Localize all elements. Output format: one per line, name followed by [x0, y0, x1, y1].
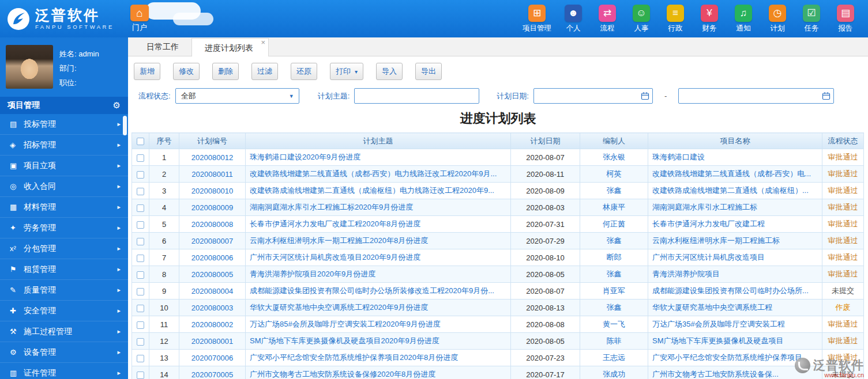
table-row[interactable]: 7 2020080006 广州市天河区统计局机房改造项目2020年9月份进度 2… — [132, 249, 864, 266]
gear-icon[interactable]: ⚙ — [113, 100, 121, 111]
select-all-checkbox[interactable] — [137, 138, 144, 145]
sidebar-menu-item[interactable]: ▦ 材料管理 — [0, 197, 128, 218]
project-name-link[interactable]: 长春市伊通河水力发电厂改建工程 — [652, 219, 765, 228]
sidebar-menu-item[interactable]: ▤ 投标管理 — [0, 114, 128, 135]
portal-button[interactable]: ⌂ 门户 — [130, 5, 149, 33]
project-name-link[interactable]: 广州市天河区统计局机房改造项目 — [652, 253, 765, 261]
project-name-link[interactable]: 改建铁路线增建第二线直通线（成都-西安）电... — [652, 169, 811, 178]
row-checkbox[interactable] — [137, 171, 144, 179]
author-link[interactable]: 张鑫 — [607, 186, 622, 195]
toolbar-button[interactable]: 导入 — [376, 63, 403, 80]
table-row[interactable]: 1 2020080012 珠海鹤港口建设2020年9月份进度 2020-08-0… — [132, 149, 864, 166]
author-link[interactable]: 陈菲 — [607, 336, 622, 345]
status-select[interactable]: 全部 — [175, 88, 299, 104]
plan-number-link[interactable]: 2020070006 — [191, 354, 233, 362]
tab-progress-plan-list[interactable]: 进度计划列表 — [191, 38, 269, 56]
plan-subject-link[interactable]: 广州市天河区统计局机房改造项目2020年9月份进度 — [250, 253, 420, 261]
author-link[interactable]: 林康平 — [603, 203, 625, 211]
table-row[interactable]: 11 2020080002 万达广场85#会所及咖啡厅空调安装工程2020年9月… — [132, 316, 864, 333]
topnav-item[interactable]: ◷ 计划 — [765, 5, 790, 33]
project-name-link[interactable]: 广州市文物考古工地安防系统设备保... — [652, 370, 779, 378]
author-link[interactable]: 肖亚军 — [603, 286, 625, 295]
sidebar-menu-item[interactable]: ✚ 安全管理 — [0, 301, 128, 321]
toolbar-button[interactable]: 修改 — [173, 63, 200, 80]
date-end-input[interactable] — [678, 88, 834, 104]
row-checkbox[interactable] — [137, 338, 144, 346]
plan-number-link[interactable]: 2020070005 — [191, 370, 233, 379]
column-header[interactable]: 计划日期 — [511, 133, 580, 149]
date-start-input[interactable] — [533, 88, 653, 104]
topnav-item[interactable]: ☑ 任务 — [799, 5, 824, 33]
row-checkbox[interactable] — [137, 305, 144, 312]
project-name-link[interactable]: 珠海鹤港口建设 — [652, 153, 705, 161]
plan-subject-link[interactable]: 青海洪湖养护院项目2020年9月份进度 — [250, 270, 375, 278]
sidebar-menu-item[interactable]: ◎ 收入合同 — [0, 176, 128, 197]
column-header[interactable]: 流程状态 — [822, 133, 864, 149]
calendar-icon[interactable] — [822, 92, 831, 100]
print-button[interactable]: 打印 — [330, 63, 363, 80]
plan-number-link[interactable]: 2020080005 — [191, 270, 233, 279]
toolbar-button[interactable]: 导出 — [415, 63, 442, 80]
project-name-link[interactable]: 云南水利枢纽潜明水库一期工程施工标 — [652, 236, 780, 245]
plan-number-link[interactable]: 2020080002 — [191, 320, 233, 329]
table-row[interactable]: 10 2020080003 华软大厦研究基地中央空调系统工程2020年9月份进度… — [132, 300, 864, 316]
row-checkbox[interactable] — [137, 372, 144, 379]
table-row[interactable]: 3 2020080010 改建铁路成渝线增建第二直通线（成渝枢纽）电力线路迁改工… — [132, 183, 864, 199]
topnav-item[interactable]: ≡ 行政 — [663, 5, 687, 33]
author-link[interactable]: 断郎 — [607, 253, 622, 261]
plan-subject-link[interactable]: 湖南洞庭湖水库引水工程施工标2020年9月份进度 — [250, 203, 413, 211]
row-checkbox[interactable] — [137, 271, 144, 279]
row-checkbox[interactable] — [137, 288, 144, 295]
topnav-item[interactable]: ▤ 报告 — [833, 5, 858, 33]
toolbar-button[interactable]: 过滤 — [251, 63, 278, 80]
project-name-link[interactable]: SM广场地下车库更换摄像机及硬盘项目 — [652, 336, 784, 345]
sidebar-menu-item[interactable]: ⚒ 施工过程管理 — [0, 321, 128, 342]
project-name-link[interactable]: 华软大厦研究基地中央空调系统工程 — [652, 303, 772, 312]
column-header[interactable]: 序号 — [149, 133, 179, 149]
plan-number-link[interactable]: 2020080006 — [191, 253, 233, 262]
author-link[interactable]: 张鑫 — [607, 236, 622, 245]
author-link[interactable]: 张鑫 — [607, 303, 622, 312]
table-row[interactable]: 13 2020070006 广安邓小平纪念馆安全防范系统维护保养项目2020年8… — [132, 350, 864, 366]
toolbar-button[interactable]: 还原 — [291, 63, 317, 80]
column-header[interactable]: 计划编号 — [179, 133, 246, 149]
topnav-item[interactable]: ⇄ 流程 — [595, 5, 619, 33]
toolbar-button[interactable]: 新增 — [134, 63, 160, 80]
plan-number-link[interactable]: 2020080003 — [191, 304, 233, 312]
author-link[interactable]: 张成功 — [603, 370, 625, 378]
row-checkbox[interactable] — [137, 204, 144, 212]
plan-number-link[interactable]: 2020080012 — [191, 153, 233, 162]
row-checkbox[interactable] — [137, 321, 144, 329]
column-header[interactable]: 计划主题 — [246, 133, 511, 149]
plan-subject-link[interactable]: 成都能源建设集团投资有限公司临时办公场所装修改造工程2020年9月份... — [250, 286, 494, 295]
sidebar-menu-item[interactable]: ▥ 证件管理 — [0, 363, 128, 379]
table-row[interactable]: 8 2020080005 青海洪湖养护院项目2020年9月份进度 2020-08… — [132, 266, 864, 283]
topnav-item[interactable]: ♫ 通知 — [731, 5, 756, 33]
column-header[interactable]: 项目名称 — [648, 133, 822, 149]
plan-number-link[interactable]: 2020080001 — [191, 337, 233, 346]
plan-number-link[interactable]: 2020080009 — [191, 203, 233, 212]
sidebar-menu-item[interactable]: x² 分包管理 — [0, 238, 128, 259]
plan-number-link[interactable]: 2020080011 — [191, 170, 232, 179]
row-checkbox[interactable] — [137, 221, 144, 229]
tab-daily-work[interactable]: 日常工作 — [134, 37, 191, 56]
table-row[interactable]: 14 2020070005 广州市文物考古工地安防系统设备保修2020年8月份进… — [132, 366, 864, 379]
tab-close-icon[interactable] — [261, 38, 265, 47]
plan-number-link[interactable]: 2020080007 — [191, 237, 233, 245]
project-name-link[interactable]: 成都能源建设集团投资有限公司临时办公场所... — [652, 286, 809, 295]
plan-subject-link[interactable]: 改建铁路成渝线增建第二直通线（成渝枢纽）电力线路迁改工程2020年9... — [250, 186, 494, 195]
row-checkbox[interactable] — [137, 355, 144, 362]
plan-subject-link[interactable]: 云南水利枢纽潜明水库一期工程施工2020年8月份进度 — [250, 236, 428, 245]
plan-number-link[interactable]: 2020080004 — [191, 287, 233, 295]
author-link[interactable]: 何正茵 — [603, 219, 625, 228]
author-link[interactable]: 张永银 — [603, 153, 625, 161]
sidebar-menu-item[interactable]: ✎ 质量管理 — [0, 280, 128, 301]
plan-number-link[interactable]: 2020080008 — [191, 220, 233, 229]
column-header[interactable]: 编制人 — [580, 133, 648, 149]
table-row[interactable]: 12 2020080001 SM广场地下车库更换摄像机及硬盘项目2020年9月份… — [132, 333, 864, 350]
plan-subject-input[interactable] — [354, 88, 479, 104]
project-name-link[interactable]: 湖南洞庭湖水库引水工程施工标 — [652, 203, 757, 211]
calendar-icon[interactable] — [641, 92, 649, 100]
table-row[interactable]: 4 2020080009 湖南洞庭湖水库引水工程施工标2020年9月份进度 20… — [132, 199, 864, 216]
plan-subject-link[interactable]: 珠海鹤港口建设2020年9月份进度 — [250, 153, 360, 161]
